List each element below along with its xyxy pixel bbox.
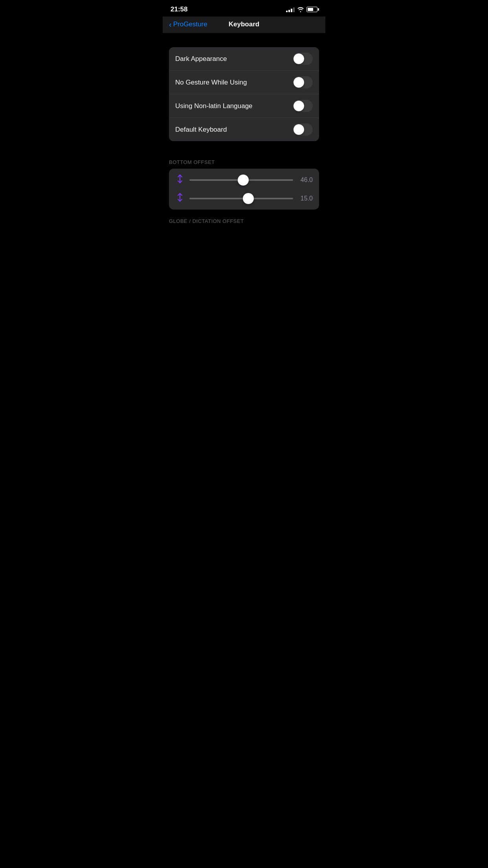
- dark-appearance-toggle[interactable]: [293, 53, 313, 65]
- sliders-section: 46.0 15.0: [169, 169, 319, 210]
- non-latin-row: Using Non-latin Language: [169, 94, 319, 118]
- back-chevron-icon: ‹: [169, 20, 172, 28]
- default-keyboard-toggle[interactable]: [293, 123, 313, 136]
- back-label: ProGesture: [173, 20, 207, 28]
- slider1-row: 46.0: [175, 174, 313, 186]
- slider2-icon: [175, 193, 185, 204]
- default-keyboard-label: Default Keyboard: [175, 126, 227, 134]
- slider1-icon: [175, 174, 185, 186]
- slider2-thumb[interactable]: [243, 193, 254, 204]
- dark-appearance-label: Dark Appearance: [175, 55, 227, 63]
- no-gesture-label: No Gesture While Using: [175, 79, 247, 86]
- page-title: Keyboard: [229, 20, 259, 28]
- middle-spacer: [163, 141, 325, 155]
- non-latin-label: Using Non-latin Language: [175, 102, 253, 110]
- wifi-icon: [297, 7, 304, 12]
- no-gesture-toggle[interactable]: [293, 76, 313, 88]
- globe-offset-label: GLOBE / DICTATION OFFSET: [169, 218, 244, 224]
- settings-group: Dark Appearance No Gesture While Using U…: [169, 47, 319, 141]
- top-spacer: [163, 33, 325, 47]
- non-latin-toggle[interactable]: [293, 100, 313, 112]
- no-gesture-row: No Gesture While Using: [169, 71, 319, 94]
- default-keyboard-thumb: [294, 124, 304, 135]
- nav-bar: ‹ ProGesture Keyboard: [163, 17, 325, 33]
- slider2-track: [189, 198, 293, 199]
- battery-icon: [306, 7, 317, 12]
- non-latin-thumb: [294, 101, 304, 111]
- back-button[interactable]: ‹ ProGesture: [169, 20, 207, 28]
- slider2-row: 15.0: [175, 193, 313, 204]
- slider1-value: 46.0: [298, 177, 313, 184]
- status-icons: [286, 7, 317, 12]
- status-bar: 21:58: [163, 0, 325, 17]
- no-gesture-thumb: [294, 77, 304, 88]
- bottom-offset-header: BOTTOM OFFSET: [163, 155, 325, 169]
- default-keyboard-row: Default Keyboard: [169, 118, 319, 141]
- bottom-offset-label: BOTTOM OFFSET: [169, 159, 215, 165]
- globe-section-header: GLOBE / DICTATION OFFSET: [163, 210, 325, 228]
- bottom-area: [163, 228, 325, 346]
- dark-appearance-thumb: [294, 53, 304, 64]
- slider2-value: 15.0: [298, 195, 313, 202]
- battery-fill: [308, 8, 313, 11]
- slider1-track: [189, 179, 293, 181]
- signal-icon: [286, 7, 295, 12]
- status-time: 21:58: [171, 6, 187, 13]
- dark-appearance-row: Dark Appearance: [169, 47, 319, 71]
- slider1-track-container[interactable]: [189, 175, 293, 186]
- slider1-thumb[interactable]: [238, 175, 249, 186]
- slider2-track-container[interactable]: [189, 193, 293, 204]
